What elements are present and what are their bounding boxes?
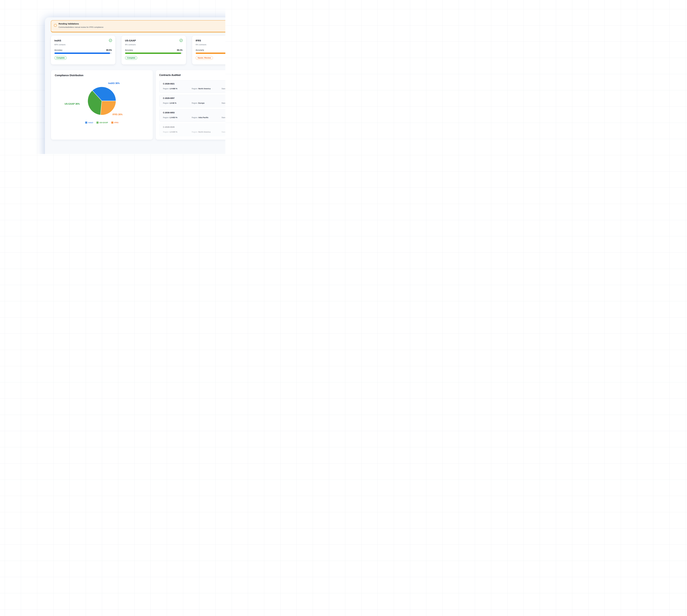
accuracy-progressbar — [125, 52, 182, 54]
banner-subtitle: Communtedretless nanual review for IFRS … — [59, 26, 103, 28]
pie-label-indas: IndAS 36% — [108, 82, 120, 85]
status-badge: Complete — [125, 56, 137, 60]
legend-label: US-GAAP — [99, 122, 108, 124]
contract-id: C-2029-0057 — [163, 97, 175, 99]
check-circle-icon — [109, 39, 112, 42]
accuracy-label: Accuracy — [54, 49, 62, 51]
banner-title: Rending Validations — [59, 23, 79, 25]
legend-item-indas[interactable]: Inda3 — [85, 122, 93, 124]
contracts-row-list: C-2028-0021 Region: L0-688 % Region: Nor… — [159, 80, 225, 136]
contract-standard: Stand — [222, 102, 225, 104]
contract-standard: Stand — [222, 88, 225, 90]
contracts-audited-title: Contracts Audited — [159, 74, 225, 76]
compliance-distribution-title: Compliance Distribution — [55, 74, 149, 77]
contract-row[interactable]: C-2030-0053 Region: L3-653 % Region: Adi… — [159, 109, 225, 122]
contract-region-name: Region: Europe — [192, 102, 204, 104]
accuracy-progressbar — [196, 52, 225, 54]
legend-swatch-blue — [85, 122, 87, 124]
pie-label-usgaap: US-GAAP 36% — [65, 103, 80, 105]
status-badge: Complete — [54, 56, 67, 60]
contract-id: C-2028-0045 — [163, 126, 175, 128]
contract-standard: Stand — [222, 116, 225, 118]
card-contacts: 6% contracts — [196, 44, 225, 46]
legend-item-usgaap[interactable]: US-GAAP — [96, 122, 108, 124]
standard-card-usgaap: US-GAAP 6% contracts Accuracy 39.1% Comp… — [121, 36, 186, 65]
accuracy-value: 89.5% — [106, 49, 112, 51]
contract-id: C-2030-0053 — [163, 111, 175, 114]
standard-card-indas: IndAS 60% contacts Accuracy 89.5% Comple… — [51, 36, 115, 65]
contract-region-code: Region: L3-653 % — [163, 116, 177, 118]
standard-card-ifrs: IFRS 6% contracts Accuracly Nands: Rlevi… — [192, 36, 225, 65]
accuracy-progressbar — [54, 52, 112, 54]
contract-region-code: Region: L0-609 % — [163, 131, 177, 133]
status-badge: Nands: Rleview — [196, 56, 213, 60]
contract-id: C-2028-0021 — [163, 83, 175, 85]
card-title: IndAS — [54, 39, 112, 42]
contract-row[interactable]: C-2028-0045 Region: L0-609 % Region: Nor… — [159, 124, 225, 136]
contract-region-name: Region: North America — [192, 131, 211, 133]
legend-item-ifrs[interactable]: IFRS — [111, 122, 119, 124]
pending-circle-icon — [54, 24, 57, 27]
pie-slice-IFRS[interactable] — [100, 101, 116, 115]
pending-validations-banner: Rending Validations Communtedretless nan… — [51, 20, 225, 32]
contract-region-name: Region: North America — [192, 88, 211, 90]
pie-label-ifrs: IFRS 26% — [113, 113, 122, 116]
contract-row[interactable]: C-2028-0021 Region: L0-688 % Region: Nor… — [159, 80, 225, 93]
accuracy-label: Accuracy — [125, 49, 133, 51]
contract-region-code: Region: L0-688 % — [163, 88, 177, 90]
legend-label: IFRS — [114, 122, 119, 124]
accuracy-value: 39.1% — [177, 49, 182, 51]
card-title: US-GAAP — [125, 39, 182, 42]
check-circle-icon — [179, 39, 183, 42]
compliance-pie-chart — [87, 86, 117, 116]
compliance-dashboard-screen: { "banner": { "title": "Rending Validati… — [0, 0, 225, 154]
pie-legend: Inda3 US-GAAP IFRS — [51, 122, 153, 124]
card-title: IFRS — [196, 39, 225, 42]
contracts-audited-card: Contracts Audited C-2028-0021 Region: L0… — [156, 70, 225, 140]
contract-row[interactable]: C-2029-0057 Region: L6-68 % Region: Euro… — [159, 95, 225, 107]
legend-swatch-orange — [111, 122, 113, 124]
accuracy-label: Accuracly — [196, 49, 204, 51]
legend-label: Inda3 — [88, 122, 93, 124]
contract-region-code: Region: L6-68 % — [163, 102, 177, 104]
contract-standard: Stand — [222, 131, 225, 133]
compliance-distribution-card: Compliance Distribution IndAS 36% US-GAA… — [51, 70, 153, 140]
legend-swatch-green — [96, 122, 98, 124]
card-contacts: 6% contracts — [125, 44, 182, 46]
card-contacts: 60% contacts — [54, 44, 112, 46]
contract-region-name: Region: Adia Pacfilc — [192, 116, 208, 118]
